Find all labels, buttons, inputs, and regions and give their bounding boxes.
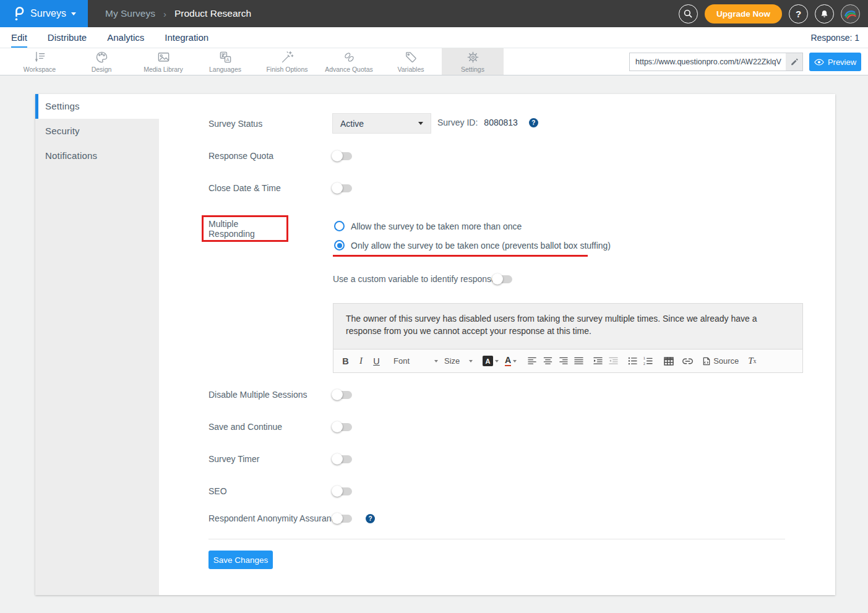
help-button[interactable]: ?: [789, 4, 808, 24]
breadcrumb-my-surveys[interactable]: My Surveys: [105, 8, 155, 19]
seo-label: SEO: [208, 486, 227, 496]
bulleted-list-button[interactable]: [628, 354, 637, 369]
sidebar-item-settings[interactable]: Settings: [35, 94, 159, 119]
surveys-product-menu[interactable]: Surveys: [0, 0, 88, 27]
align-left-button[interactable]: [528, 354, 537, 369]
disabled-message-editor: The owner of this survey has disabled us…: [333, 303, 803, 373]
tab-integration[interactable]: Integration: [165, 32, 208, 48]
multiple-responding-annotation-box: Multiple Responding: [202, 215, 288, 242]
radio-button-icon[interactable]: [334, 240, 345, 251]
media-library-icon: [157, 50, 171, 64]
survey-id-label: Survey ID:: [437, 118, 478, 127]
disable-multiple-sessions-toggle[interactable]: [332, 389, 353, 400]
sidebar-background: Security Notifications: [35, 119, 159, 595]
edit-url-button[interactable]: [786, 53, 802, 71]
design-palette-icon: [95, 50, 109, 64]
insert-link-button[interactable]: [682, 354, 693, 369]
size-dropdown[interactable]: Size: [444, 354, 473, 369]
italic-button[interactable]: I: [356, 354, 366, 369]
survey-timer-toggle[interactable]: [332, 453, 353, 465]
tab-distribute[interactable]: Distribute: [48, 32, 87, 48]
toolbar-item-settings[interactable]: Settings: [442, 48, 504, 75]
finish-options-wand-icon: [280, 50, 294, 64]
breadcrumb-separator-icon: ›: [163, 9, 166, 19]
multiple-responding-label: Multiple Responding: [208, 219, 286, 239]
edit-toolbar: Workspace Design Media Library A Languag…: [0, 48, 868, 75]
user-avatar[interactable]: [841, 4, 860, 24]
increase-indent-icon: [593, 357, 603, 365]
align-right-button[interactable]: [559, 354, 568, 369]
seo-toggle[interactable]: [332, 486, 353, 497]
close-date-toggle[interactable]: [332, 182, 353, 194]
bulleted-list-icon: [628, 357, 637, 365]
radio-only-once[interactable]: Only allow the survey to be taken once (…: [334, 240, 611, 251]
breadcrumb: My Surveys › Product Research: [105, 8, 251, 19]
sidebar-item-notifications[interactable]: Notifications: [35, 144, 159, 168]
remove-format-button[interactable]: Tx: [747, 354, 757, 369]
insert-table-button[interactable]: [664, 354, 674, 369]
toolbar-item-media-library[interactable]: Media Library: [132, 48, 194, 75]
justify-button[interactable]: [574, 354, 583, 369]
survey-url-input[interactable]: [630, 58, 786, 66]
save-and-continue-toggle[interactable]: [332, 421, 353, 432]
decrease-indent-button[interactable]: [609, 354, 618, 369]
disable-multiple-sessions-label: Disable Multiple Sessions: [208, 390, 307, 400]
search-icon: [683, 9, 693, 19]
toolbar-item-advance-quotas[interactable]: Advance Quotas: [318, 48, 380, 75]
toolbar-item-design[interactable]: Design: [71, 48, 132, 75]
bold-button[interactable]: B: [341, 354, 350, 369]
save-and-continue-label: Save and Continue: [208, 422, 282, 432]
survey-status-dropdown[interactable]: Active: [332, 113, 431, 134]
notifications-button[interactable]: [815, 4, 834, 24]
tab-analytics[interactable]: Analytics: [107, 32, 144, 48]
languages-icon: A: [218, 50, 233, 64]
pencil-icon: [790, 58, 799, 66]
questionpro-logo-icon: [12, 6, 25, 22]
tab-edit[interactable]: Edit: [11, 32, 27, 48]
source-button[interactable]: Source: [703, 354, 739, 369]
increase-indent-button[interactable]: [593, 354, 603, 369]
svg-text:2: 2: [643, 362, 645, 365]
radio-allow-multiple[interactable]: Allow the survey to be taken more than o…: [334, 221, 522, 231]
underline-button[interactable]: U: [372, 354, 381, 369]
survey-id-help-icon[interactable]: ?: [529, 118, 538, 127]
dropdown-caret-icon: [418, 122, 423, 125]
settings-gear-icon: [466, 50, 480, 64]
search-button[interactable]: [679, 4, 698, 24]
insert-table-icon: [664, 357, 674, 366]
bell-icon: [819, 9, 830, 19]
sidebar-item-security[interactable]: Security: [35, 119, 159, 144]
save-changes-button[interactable]: Save Changes: [208, 551, 273, 569]
advance-quotas-links-icon: [342, 50, 356, 64]
response-count: Response: 1: [810, 33, 859, 48]
disabled-message-text[interactable]: The owner of this survey has disabled us…: [333, 304, 802, 349]
align-left-icon: [528, 357, 537, 365]
response-quota-toggle[interactable]: [332, 150, 353, 161]
font-dropdown[interactable]: Font: [393, 354, 438, 369]
toolbar-item-finish-options[interactable]: Finish Options: [256, 48, 318, 75]
decrease-indent-icon: [609, 357, 618, 365]
background-color-button[interactable]: A: [483, 354, 499, 369]
survey-id-row: Survey ID: 8080813 ?: [437, 118, 538, 127]
respondent-anonymity-label: Respondent Anonymity Assurance: [208, 513, 340, 523]
toolbar-item-languages[interactable]: A Languages: [194, 48, 256, 75]
survey-status-label: Survey Status: [208, 119, 262, 129]
respondent-anonymity-help-icon[interactable]: ?: [366, 514, 375, 523]
align-center-button[interactable]: [543, 354, 552, 369]
question-mark-icon: ?: [796, 9, 801, 19]
respondent-anonymity-toggle[interactable]: [332, 513, 353, 524]
custom-variable-toggle[interactable]: [492, 273, 513, 285]
toolbar-item-workspace[interactable]: Workspace: [9, 48, 71, 75]
caret-down-icon: [71, 12, 76, 15]
text-color-icon: A: [505, 356, 511, 366]
source-doc-icon: [703, 357, 710, 366]
numbered-list-button[interactable]: 12: [643, 354, 653, 369]
svg-text:A: A: [226, 57, 230, 62]
preview-button[interactable]: Preview: [809, 53, 861, 71]
upgrade-now-button[interactable]: Upgrade Now: [705, 4, 782, 24]
custom-variable-label: Use a custom variable to identify respon…: [333, 274, 501, 284]
toolbar-item-variables[interactable]: Variables: [380, 48, 442, 75]
text-color-button[interactable]: A: [505, 354, 517, 369]
radio-button-icon[interactable]: [334, 221, 345, 231]
svg-text:1: 1: [643, 357, 645, 360]
